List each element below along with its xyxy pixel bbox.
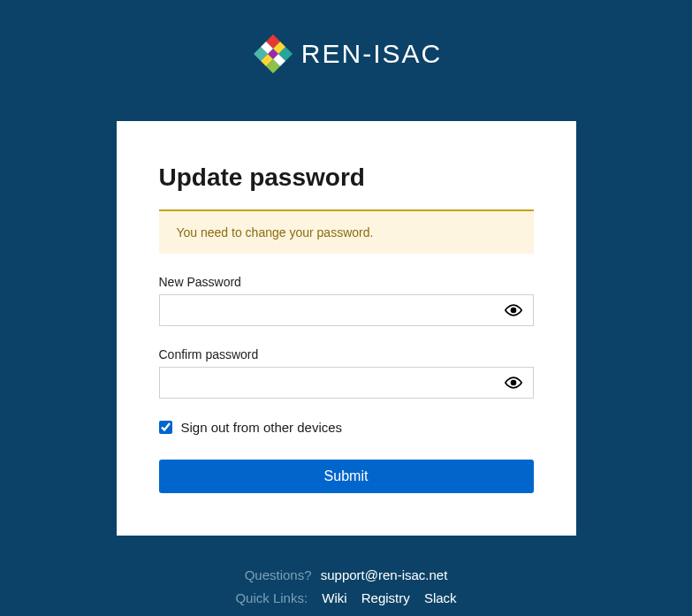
quicklinks-label: Quick Links:	[235, 590, 308, 605]
svg-point-10	[511, 381, 515, 385]
support-email-link[interactable]: support@ren-isac.net	[321, 567, 448, 582]
new-password-input[interactable]	[160, 295, 494, 325]
submit-button[interactable]: Submit	[159, 460, 534, 493]
new-password-wrapper	[159, 294, 534, 326]
confirm-password-label: Confirm password	[159, 347, 534, 361]
card-title: Update password	[159, 164, 534, 192]
new-password-label: New Password	[159, 275, 534, 289]
confirm-password-group: Confirm password	[159, 347, 534, 399]
questions-label: Questions?	[245, 567, 312, 582]
new-password-group: New Password	[159, 275, 534, 326]
toggle-new-password-visibility-button[interactable]	[494, 296, 533, 324]
svg-point-9	[511, 308, 515, 313]
toggle-confirm-password-visibility-button[interactable]	[494, 369, 533, 397]
signout-checkbox-label: Sign out from other devices	[181, 420, 343, 435]
footer-questions-row: Questions? support@ren-isac.net	[235, 564, 456, 587]
slack-link[interactable]: Slack	[424, 590, 457, 605]
wiki-link[interactable]: Wiki	[322, 590, 346, 605]
signout-checkbox-row: Sign out from other devices	[159, 420, 534, 435]
password-change-alert: You need to change your password.	[159, 209, 534, 254]
footer-quicklinks-row: Quick Links: Wiki Registry Slack	[235, 587, 456, 610]
eye-icon	[505, 374, 522, 392]
logo-text: REN-ISAC	[301, 39, 442, 69]
footer: Questions? support@ren-isac.net Quick Li…	[235, 564, 456, 609]
logo: REN-ISAC	[250, 31, 442, 77]
update-password-card: Update password You need to change your …	[117, 121, 576, 536]
eye-icon	[505, 301, 522, 319]
confirm-password-input[interactable]	[160, 368, 494, 398]
logo-icon	[250, 31, 296, 77]
signout-checkbox[interactable]	[159, 421, 172, 434]
registry-link[interactable]: Registry	[361, 590, 410, 605]
confirm-password-wrapper	[159, 367, 534, 399]
